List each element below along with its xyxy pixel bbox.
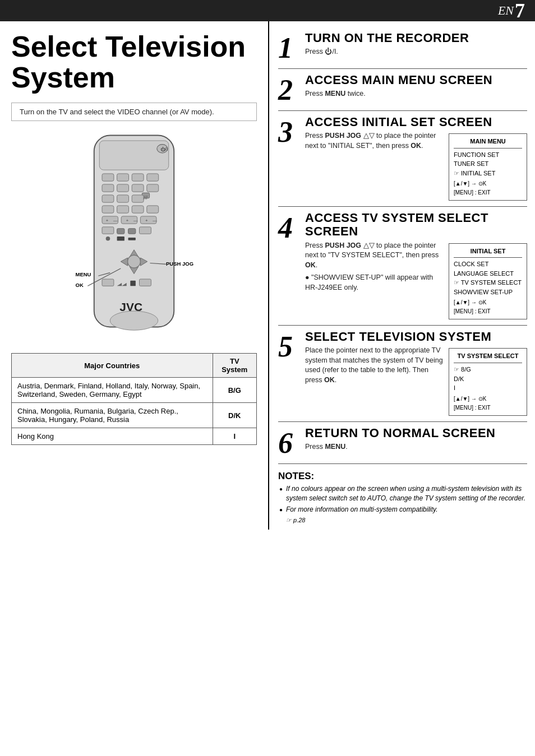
page-number: 7 — [515, 0, 525, 22]
notes-ref: ☞ p.28 — [286, 517, 527, 524]
step-with-screen: Press PUSH JOG △▽ to place the pointer n… — [305, 131, 527, 201]
svg-rect-13 — [102, 195, 114, 202]
step-text-part: Press PUSH JOG △▽ to place the pointer n… — [305, 241, 443, 320]
step-body2: ● "SHOWVIEW SET-UP" will appear with HR-… — [305, 273, 443, 293]
menu-screen-item: ☞ INITIAL SET — [454, 169, 522, 178]
svg-text:—: — — [133, 219, 138, 224]
svg-point-41 — [128, 255, 141, 268]
svg-rect-35 — [117, 236, 124, 241]
step-text-part: Place the pointer next to the appropriat… — [305, 346, 443, 415]
table-col2: TV System — [213, 354, 256, 378]
step-number: 3 — [278, 118, 299, 147]
step-number: 6 — [278, 429, 299, 458]
svg-rect-18 — [117, 206, 129, 213]
svg-rect-46 — [140, 279, 151, 286]
svg-text:—: — — [153, 219, 157, 224]
menu-screen-box: INITIAL SETCLOCK SETLANGUAGE SELECT☞ TV … — [449, 243, 527, 320]
step-body: Press MENU twice. — [305, 89, 527, 99]
svg-text:PUSH JOG: PUSH JOG — [166, 261, 193, 267]
step-heading: ACCESS MAIN MENU SCREEN — [305, 73, 527, 87]
svg-rect-8 — [102, 184, 114, 192]
menu-screen-box: MAIN MENUFUNCTION SETTUNER SET☞ INITIAL … — [449, 133, 527, 201]
menu-screen-box: TV SYSTEM SELECT☞ 8/GD/KI[▲/▼] → ⊙K [MEN… — [449, 348, 527, 415]
country-cell: China, Mongolia, Rumania, Bulgaria, Czec… — [12, 403, 213, 428]
menu-screen-item: TUNER SET — [454, 159, 522, 169]
step-content: ACCESS TV SYSTEM SELECT SCREENPress PUSH… — [305, 211, 527, 319]
svg-rect-10 — [132, 184, 144, 192]
header-bar: EN 7 — [0, 0, 535, 21]
step-block-1: 1TURN ON THE RECORDERPress ⏻/I. — [278, 27, 527, 69]
step-content: RETURN TO NORMAL SCREENPress MENU. — [305, 426, 527, 458]
svg-rect-5 — [117, 174, 129, 181]
system-cell: D/K — [213, 403, 256, 428]
svg-text:+: + — [106, 219, 109, 224]
en-label: EN — [498, 3, 514, 18]
right-column: 1TURN ON THE RECORDERPress ⏻/I.2ACCESS M… — [269, 21, 535, 530]
svg-rect-11 — [147, 184, 159, 192]
step-heading: TURN ON THE RECORDER — [305, 31, 527, 45]
step-text-part: Press PUSH JOG △▽ to place the pointer n… — [305, 131, 443, 201]
menu-screen-item: FUNCTION SET — [454, 150, 522, 160]
svg-rect-33 — [140, 227, 151, 234]
svg-text:⏻/I: ⏻/I — [160, 146, 168, 152]
step-block-3: 3ACCESS INITIAL SET SCREENPress PUSH JOG… — [278, 111, 527, 207]
left-column: Select Television System Turn on the TV … — [0, 21, 269, 530]
step-heading: SELECT TELEVISION SYSTEM — [305, 330, 527, 344]
step-block-6: 6RETURN TO NORMAL SCREENPress MENU. — [278, 422, 527, 464]
step-block-4: 4ACCESS TV SYSTEM SELECT SCREENPress PUS… — [278, 207, 527, 326]
menu-screen-title: INITIAL SET — [454, 247, 522, 258]
svg-text:+: + — [126, 219, 129, 224]
step-number: 1 — [278, 34, 299, 63]
menu-screen-item: CLOCK SET — [454, 259, 522, 269]
step-body: Press ⏻/I. — [305, 47, 527, 57]
system-cell: I — [213, 428, 256, 445]
svg-rect-19 — [132, 206, 144, 213]
svg-rect-9 — [117, 184, 129, 192]
step-body: Place the pointer next to the appropriat… — [305, 346, 443, 385]
svg-rect-17 — [102, 206, 114, 213]
svg-rect-15 — [132, 195, 144, 202]
svg-rect-45 — [130, 281, 136, 286]
svg-text:///: /// — [144, 195, 148, 201]
svg-point-54 — [110, 311, 158, 330]
svg-rect-30 — [102, 227, 114, 234]
menu-screen-title: MAIN MENU — [454, 137, 522, 149]
step-body: Press PUSH JOG △▽ to place the pointer n… — [305, 131, 443, 151]
svg-rect-7 — [147, 174, 159, 181]
table-row: Hong KongI — [12, 428, 257, 445]
countries-table: Major Countries TV System Austria, Denma… — [11, 353, 257, 445]
svg-text:—: — — [113, 219, 118, 224]
svg-text:MENU: MENU — [76, 271, 91, 277]
notes-list: If no colours appear on the screen when … — [278, 484, 527, 515]
page-title: Select Television System — [11, 31, 257, 92]
remote-svg: ⏻/I /// — [58, 130, 210, 343]
menu-screen-item: I — [454, 383, 522, 393]
subtitle-box: Turn on the TV and select the VIDEO chan… — [11, 103, 257, 121]
svg-rect-1 — [99, 141, 169, 170]
menu-screen-item: ☞ TV SYSTEM SELECT — [454, 278, 522, 287]
step-content: TURN ON THE RECORDERPress ⏻/I. — [305, 31, 527, 63]
table-row: Austria, Denmark, Finland, Holland, Ital… — [12, 378, 257, 403]
step-block-2: 2ACCESS MAIN MENU SCREENPress MENU twice… — [278, 69, 527, 111]
menu-screen-item: ☞ 8/G — [454, 365, 522, 374]
svg-text:OK: OK — [76, 282, 84, 288]
country-cell: Hong Kong — [12, 428, 213, 445]
step-body: Press PUSH JOG △▽ to place the pointer n… — [305, 241, 443, 271]
svg-rect-36 — [128, 238, 136, 240]
menu-screen-footer: [▲/▼] → ⊙K [MENU] : EXIT — [454, 395, 522, 412]
step-content: ACCESS MAIN MENU SCREENPress MENU twice. — [305, 73, 527, 105]
svg-rect-20 — [147, 206, 159, 213]
table-col1: Major Countries — [12, 354, 213, 378]
menu-screen-footer: [▲/▼] → ⊙K [MENU] : EXIT — [454, 179, 522, 197]
svg-point-34 — [106, 236, 110, 241]
notes-section: NOTES: If no colours appear on the scree… — [278, 469, 527, 524]
step-with-screen: Place the pointer next to the appropriat… — [305, 346, 527, 415]
menu-screen-title: TV SYSTEM SELECT — [454, 351, 522, 363]
step-number: 2 — [278, 76, 299, 105]
svg-rect-31 — [117, 229, 124, 234]
step-heading: ACCESS INITIAL SET SCREEN — [305, 115, 527, 129]
step-number: 5 — [278, 332, 299, 361]
country-cell: Austria, Denmark, Finland, Holland, Ital… — [12, 378, 213, 403]
step-content: SELECT TELEVISION SYSTEMPlace the pointe… — [305, 330, 527, 415]
step-number: 4 — [278, 214, 299, 243]
